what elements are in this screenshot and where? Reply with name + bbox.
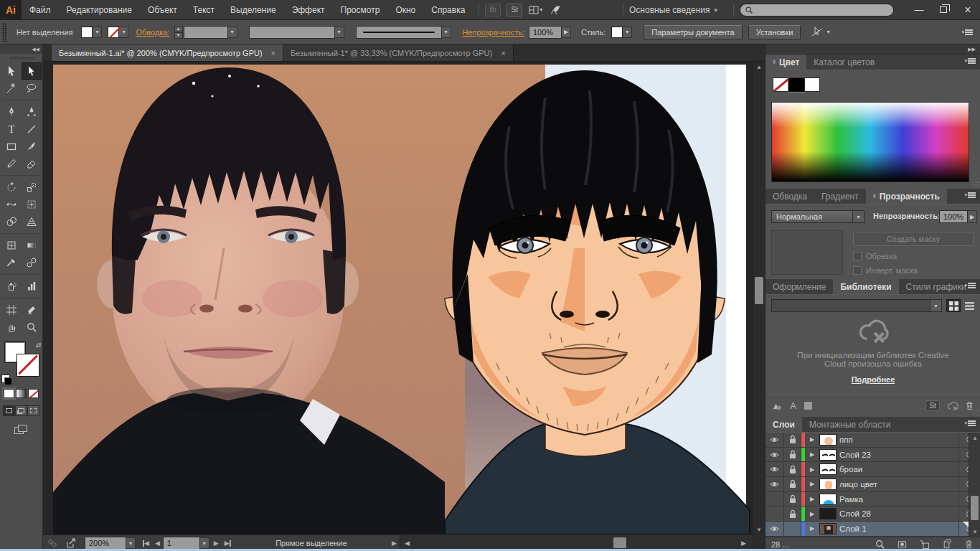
tools-collapse-button[interactable]: ◀◀ — [0, 44, 42, 54]
style-dropdown[interactable]: ▾ — [623, 27, 632, 38]
more-link[interactable]: Подробнее — [852, 375, 895, 384]
tool-curvature[interactable] — [22, 103, 42, 121]
menu-item-window[interactable]: Окно — [387, 0, 423, 20]
stock-button[interactable]: St — [507, 4, 522, 17]
zoom-level-field[interactable]: 200% — [85, 537, 126, 550]
stroke-color-swatch[interactable] — [108, 27, 119, 38]
tool-magic-wand[interactable] — [1, 80, 22, 97]
tab-color[interactable]: ◊Цвет — [765, 55, 806, 70]
preferences-button[interactable]: Установки — [748, 25, 801, 39]
layer-row-sloy28[interactable]: ▶ Слой 28 — [765, 507, 980, 522]
document-tab-2[interactable]: Безымянный-1* @ 33,33% (CMYK/Предпросмот… — [283, 44, 514, 61]
tool-scale[interactable] — [22, 179, 42, 196]
expand-arrow-icon[interactable]: ▶ — [805, 433, 819, 447]
clip-checkbox[interactable]: Обрезка — [853, 252, 897, 260]
sync-settings-icon[interactable] — [47, 537, 58, 549]
opacity-spinner[interactable]: ▶ — [968, 210, 977, 223]
menu-item-effect[interactable]: Эффект — [284, 0, 333, 20]
menu-item-edit[interactable]: Редактирование — [59, 0, 140, 20]
scroll-up-button[interactable]: ▲ — [753, 62, 765, 72]
control-panel-menu-icon[interactable]: ▾ — [961, 29, 973, 35]
scroll-down-button[interactable]: ▼ — [753, 524, 765, 534]
document-tab-1[interactable]: Безымянный-1.ai* @ 200% (CMYK/Предпросмо… — [52, 44, 283, 61]
add-graphic-icon[interactable] — [771, 400, 782, 411]
layer-row-sloy23[interactable]: ▶ Слой 23 — [765, 448, 980, 463]
visibility-toggle[interactable] — [765, 477, 784, 491]
menu-item-view[interactable]: Просмотр — [333, 0, 388, 20]
make-clipping-mask-button[interactable] — [897, 539, 908, 550]
tab-libraries[interactable]: Библиотеки — [833, 279, 898, 294]
draw-inside-button[interactable] — [27, 405, 39, 416]
panel-menu-icon[interactable]: ▾ — [964, 420, 976, 426]
none-mode-button[interactable] — [28, 389, 39, 398]
brush-definition-dropdown[interactable]: ▾ — [335, 27, 344, 38]
last-artboard-button[interactable]: ▶ — [225, 540, 231, 547]
tool-paintbrush[interactable] — [22, 138, 42, 155]
visibility-toggle[interactable] — [765, 522, 784, 536]
tools-grip[interactable] — [0, 54, 42, 62]
tool-line-segment[interactable] — [22, 121, 42, 138]
grid-view-button[interactable] — [946, 299, 961, 312]
zoom-dropdown[interactable]: ▾ — [126, 537, 136, 549]
visibility-toggle[interactable] — [765, 462, 784, 476]
horizontal-scroll-thumb[interactable] — [613, 537, 626, 548]
tool-rectangle[interactable] — [1, 138, 22, 155]
status-expand-button[interactable]: ▶ — [392, 540, 397, 547]
tool-slice[interactable] — [22, 301, 42, 319]
document-setup-button[interactable]: Параметры документа — [644, 25, 742, 39]
next-artboard-button[interactable]: ▶ — [214, 540, 219, 547]
swap-fill-stroke-icon[interactable]: ⇄ — [36, 342, 42, 349]
first-artboard-button[interactable]: ◀ — [143, 540, 149, 547]
tool-type[interactable] — [1, 121, 22, 138]
close-tab-icon[interactable]: × — [271, 49, 275, 57]
tool-width[interactable] — [1, 196, 22, 213]
layer-thumbnail[interactable] — [819, 523, 837, 534]
opacity-dropdown[interactable]: ▶ — [562, 27, 571, 38]
layer-row-broai[interactable]: ▶ броаи — [765, 462, 980, 477]
layer-name[interactable]: лицо цвет — [839, 477, 958, 491]
tool-symbol-sprayer[interactable] — [1, 278, 22, 295]
list-view-button[interactable] — [962, 299, 976, 312]
artboard-number-field[interactable]: 1 — [163, 537, 200, 550]
draw-normal-button[interactable] — [3, 405, 15, 416]
tool-gradient[interactable] — [22, 237, 42, 254]
panel-grip[interactable] — [2, 23, 7, 42]
layer-thumbnail[interactable] — [819, 434, 837, 446]
tool-shape-builder[interactable] — [1, 213, 22, 230]
width-profile-field[interactable] — [356, 26, 442, 39]
layer-thumbnail[interactable] — [819, 479, 837, 490]
layer-name[interactable]: Слой 1 — [839, 522, 958, 536]
tool-free-transform[interactable] — [22, 196, 42, 213]
layer-row-sloy1[interactable]: ▶ Слой 1 — [765, 522, 980, 537]
stroke-swatch-none[interactable] — [17, 354, 39, 376]
visibility-toggle[interactable] — [765, 492, 784, 507]
share-button[interactable] — [550, 4, 561, 16]
stroke-panel-link[interactable]: Обводка: — [136, 28, 169, 37]
stock-icon[interactable]: St — [925, 400, 940, 411]
opacity-field[interactable]: 100% — [529, 26, 562, 39]
layer-row-lico-cvet[interactable]: ▶ лицо цвет — [765, 477, 980, 492]
fill-dropdown-button[interactable]: ▾ — [93, 27, 102, 38]
tool-zoom[interactable] — [22, 319, 42, 336]
gradient-mode-button[interactable] — [16, 389, 27, 398]
add-color-icon[interactable] — [804, 402, 812, 410]
panel-menu-icon[interactable]: ▾ — [964, 283, 976, 288]
tool-blend[interactable] — [22, 254, 42, 271]
visibility-toggle[interactable] — [765, 448, 784, 462]
default-fill-stroke-icon[interactable] — [1, 375, 10, 383]
export-icon[interactable] — [65, 537, 77, 549]
resize-grip[interactable] — [973, 410, 979, 415]
tool-perspective-grid[interactable] — [22, 213, 42, 230]
bridge-button[interactable]: Br — [485, 4, 501, 17]
menu-item-help[interactable]: Справка — [423, 0, 473, 20]
width-profile-dropdown[interactable]: ▾ — [442, 27, 451, 38]
add-character-style-icon[interactable] — [788, 400, 798, 411]
tab-color-guide[interactable]: Каталог цветов — [806, 55, 882, 70]
layer-thumbnail[interactable] — [819, 508, 837, 519]
panel-menu-icon[interactable]: ▾ — [964, 192, 976, 198]
swatch-white[interactable] — [804, 77, 820, 92]
panel-menu-icon[interactable]: ▾ — [964, 58, 976, 64]
tool-artboard[interactable] — [1, 301, 22, 319]
expand-arrow-icon[interactable]: ▶ — [805, 448, 819, 462]
tool-rotate[interactable] — [1, 179, 22, 196]
